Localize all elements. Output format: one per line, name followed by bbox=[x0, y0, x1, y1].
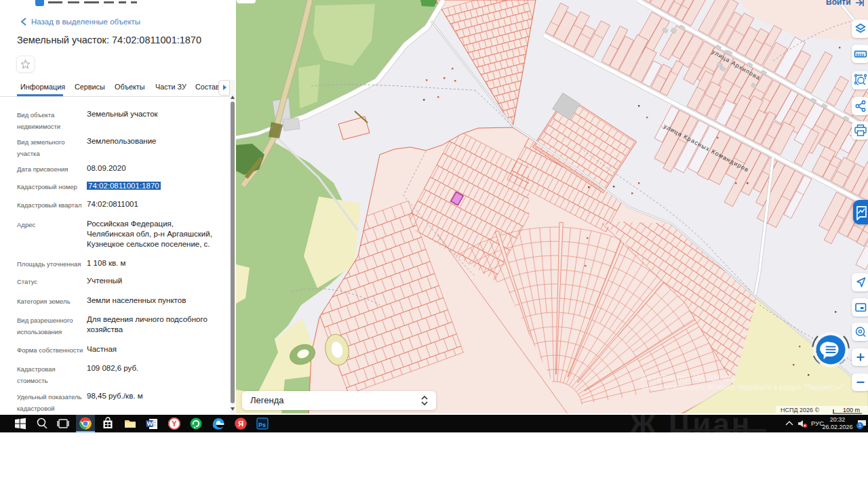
svg-text:W: W bbox=[146, 420, 153, 427]
svg-text:Ps: Ps bbox=[258, 422, 266, 428]
svg-text:Я: Я bbox=[238, 420, 243, 428]
svg-text:Y: Y bbox=[172, 420, 177, 428]
